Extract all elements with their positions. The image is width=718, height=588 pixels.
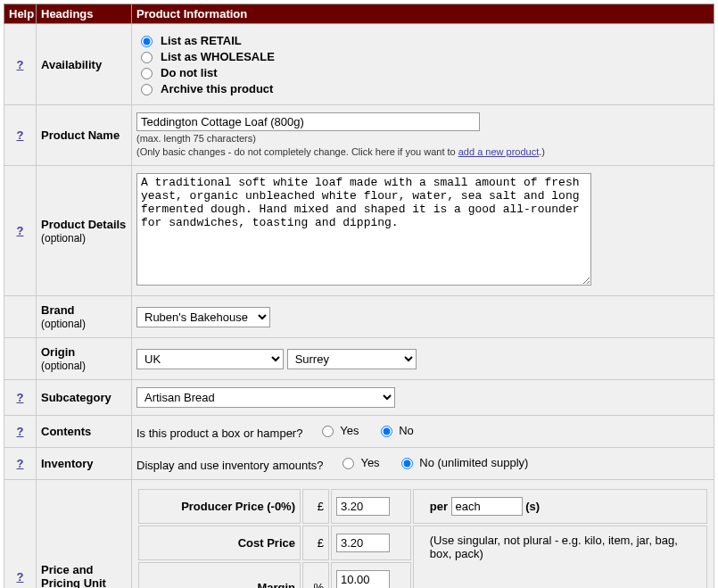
hint-maxlength: (max. length 75 characters) [136,133,256,144]
radio-dont-list[interactable] [141,68,153,79]
radio-retail[interactable] [141,36,153,47]
add-new-product-link[interactable]: add a new product [458,146,540,157]
optional-details: (optional) [41,232,86,244]
heading-pricing: Price and Pricing Unit [37,480,132,589]
heading-brand: Brand [41,303,75,317]
heading-subcategory: Subcategory [37,380,132,416]
inventory-question: Display and use inventory amounts? [136,459,324,472]
label-wholesale: List as WHOLESALE [161,50,275,63]
pricing-grid: Producer Price (-0%) £ per (s) Cost Pric… [136,487,709,588]
header-info: Product Information [132,4,714,24]
optional-brand: (optional) [41,318,86,330]
contents-question: Is this product a box or hamper? [136,427,302,440]
heading-details: Product Details [41,218,126,231]
help-link-inventory[interactable]: ? [17,457,24,470]
subcategory-select[interactable]: Artisan Bread [136,387,395,408]
help-link-subcategory[interactable]: ? [17,391,24,404]
label-producer-price: Producer Price (-0%) [138,489,301,524]
product-form-table: Help Headings Product Information ? Avai… [4,4,714,588]
label-retail: List as RETAIL [161,34,242,47]
help-link-details[interactable]: ? [17,224,24,237]
radio-hamper-no[interactable] [381,426,392,437]
label-archive: Archive this product [161,82,273,95]
product-details-textarea[interactable]: A traditional soft white loaf made with … [136,173,591,286]
heading-product-name: Product Name [37,105,132,166]
producer-price-input[interactable] [336,497,390,516]
help-link-pricing[interactable]: ? [17,570,24,584]
radio-inventory-yes[interactable] [342,458,354,469]
heading-contents: Contents [37,416,132,448]
per-unit-hint: (Use singular, not plural - e.g. kilo, i… [430,534,678,560]
heading-inventory: Inventory [37,448,132,480]
help-link-name[interactable]: ? [17,128,24,142]
radio-archive[interactable] [141,84,153,95]
hint-basic-changes: (Only basic changes - do not completely … [136,146,458,157]
label-cost-price: Cost Price [138,526,301,560]
origin-region-select[interactable]: Surrey [287,349,417,369]
cost-price-input[interactable] [336,534,390,552]
origin-country-select[interactable]: UK [136,349,284,369]
label-per: per [430,500,448,513]
radio-hamper-yes[interactable] [322,426,334,437]
radio-wholesale[interactable] [141,52,153,63]
header-help: Help [4,4,37,24]
header-headings: Headings [37,4,132,24]
label-dont-list: Do not list [161,66,218,79]
heading-availability: Availability [37,24,132,105]
optional-origin: (optional) [41,360,86,372]
brand-select[interactable]: Ruben's Bakehouse [136,307,270,327]
margin-input[interactable] [336,570,390,588]
product-name-input[interactable] [136,112,480,131]
help-link-availability[interactable]: ? [17,58,24,71]
heading-origin: Origin [41,345,75,359]
per-unit-input[interactable] [451,497,523,516]
help-link-contents[interactable]: ? [17,425,24,438]
label-margin: Margin [138,562,301,588]
radio-inventory-no[interactable] [401,458,413,469]
